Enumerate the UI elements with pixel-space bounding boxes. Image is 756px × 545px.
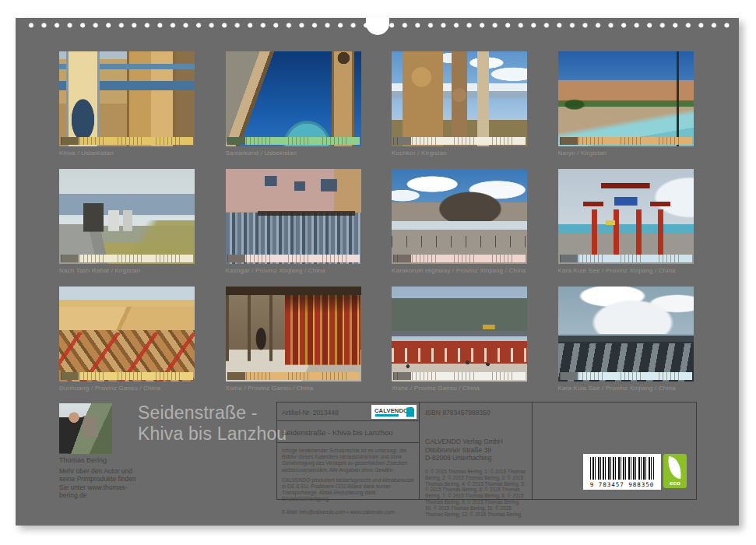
month-photo (226, 287, 361, 382)
article-number-row: Artikel-Nr. 2013448 CALVENDO (277, 403, 419, 421)
calvendo-logo: CALVENDO (371, 405, 417, 419)
month-thumbnail: Kara Kule See / Provinz Xinjiang / China (558, 287, 694, 392)
month-thumbnail-grid: Khiva / Usbekistan Samarkand / Usbekista… (59, 51, 694, 392)
thumbnail-caption: Kochkor / Kirgistan (392, 149, 447, 156)
eco-badge: eco (663, 454, 687, 488)
calvendo-logo-tagline-bar (375, 414, 399, 417)
author-photo (59, 403, 112, 454)
thumbnail-caption: Khiva / Usbekistan (59, 149, 114, 156)
month-thumbnail: Xiahe / Provinz Gansu / China (226, 287, 361, 392)
author-name: Thomas Bering (59, 456, 107, 464)
hanger-hole (366, 17, 389, 35)
month-photo (392, 51, 527, 146)
month-thumbnail: Karakorum Highway / Provinz Xinjiang / C… (392, 169, 527, 275)
thumbnail-caption: Xiahe / Provinz Gansu / China (392, 385, 480, 392)
contact-email-line: E-Mail: info@calvendo.com • www.calvendo… (282, 509, 414, 515)
month-photo (392, 169, 527, 264)
month-photo (59, 287, 195, 382)
legal-text-block: Infolge bestehender Schutzrechte ist es … (277, 443, 419, 516)
month-photo (226, 51, 361, 146)
thumbnail-caption: Kashgar / Provinz Xinjiang / China (226, 267, 325, 274)
thumbnail-caption: Nach Tash Rabat / Kirgistan (59, 267, 140, 274)
publisher-name: CALVENDO Verlag GmbH (425, 438, 527, 446)
month-thumbnail: Nach Tash Rabat / Kirgistan (59, 169, 195, 275)
month-photo (59, 169, 195, 264)
eco-leaf-icon (666, 456, 684, 479)
thumbnail-caption: Samarkand / Usbekistan (226, 149, 297, 156)
eco-badge-label: eco (663, 480, 687, 487)
legal-paragraph-rights: Infolge bestehender Schutzrechte ist es … (282, 448, 414, 473)
month-thumbnail: Kashgar / Provinz Xinjiang / China (226, 169, 361, 275)
calendar-back-page: Khiva / Usbekistan Samarkand / Usbekista… (16, 18, 739, 526)
isbn-text: ISBN 9783457988350 (420, 403, 532, 417)
month-thumbnail: Naryn / Kirgistan (558, 51, 694, 157)
legal-paragraph-eco: CALVENDO produziert bedarfsgerecht und k… (282, 477, 414, 503)
page-title: Seidenstraße - Khiva bis Lanzhou (138, 403, 287, 445)
month-photo (59, 51, 195, 146)
barcode-digits: 9 783457 988350 (583, 481, 661, 488)
thumbnail-caption: Karakorum Highway / Provinz Xinjiang / C… (392, 267, 526, 274)
author-bio: Mehr über den Autor und seine Printprodu… (59, 467, 137, 499)
thumbnail-caption: Xiahe / Provinz Gansu / China (226, 385, 314, 392)
backdrop: Khiva / Usbekistan Samarkand / Usbekista… (0, 0, 756, 545)
month-photo (558, 51, 694, 146)
publisher-street: Ottobrunner Straße 39 (425, 446, 527, 455)
thumbnail-caption: Naryn / Kirgistan (558, 149, 607, 156)
info-column-product: Artikel-Nr. 2013448 CALVENDO Seidenstraß… (277, 403, 420, 499)
month-photo (558, 169, 694, 264)
mini-calendar-strip (560, 372, 692, 380)
mini-calendar-strip (227, 255, 360, 262)
thumbnail-caption: Kara Kule See / Provinz Xinjiang / China (558, 385, 676, 392)
mini-calendar-strip (560, 137, 692, 145)
article-number: Artikel-Nr. 2013448 (282, 409, 339, 417)
mini-calendar-strip (227, 137, 360, 145)
month-thumbnail: Khiva / Usbekistan (59, 51, 195, 157)
mini-calendar-strip (393, 372, 526, 380)
month-thumbnail: Kara Kule See / Provinz Xinjiang / China (558, 169, 694, 275)
page-title-line2: Khiva bis Lanzhou (138, 424, 287, 445)
page-title-line1: Seidenstraße - (138, 403, 287, 424)
mini-calendar-strip (61, 137, 193, 145)
month-thumbnail: Dunhuang / Provinz Gansu / China (59, 287, 195, 392)
month-thumbnail: Samarkand / Usbekistan (226, 51, 361, 157)
month-thumbnail: Xiahe / Provinz Gansu / China (392, 287, 527, 392)
mini-calendar-strip (560, 255, 692, 262)
info-column-publisher: ISBN 9783457988350 CALVENDO Verlag GmbH … (420, 403, 533, 499)
calvendo-calendar-icon (406, 407, 414, 417)
mini-calendar-strip (61, 372, 193, 380)
info-column-barcode: 9 783457 988350 eco (533, 403, 696, 499)
mini-calendar-strip (393, 255, 526, 262)
month-photo (558, 287, 694, 382)
month-photo (392, 287, 527, 382)
barcode-bars (590, 457, 654, 480)
mini-calendar-strip (61, 255, 193, 262)
mini-calendar-strip (227, 372, 360, 380)
photo-credits: 0: © 2015 Thomas Bering, 1: © 2015 Thoma… (420, 462, 532, 518)
publisher-city: D-82008 Unterhaching (425, 454, 527, 462)
product-title: Seidenstraße - Khiva bis Lanzhou (277, 421, 419, 443)
publisher-info-box: Artikel-Nr. 2013448 CALVENDO Seidenstraß… (276, 402, 697, 500)
publisher-address: CALVENDO Verlag GmbH Ottobrunner Straße … (420, 417, 532, 462)
month-thumbnail: Kochkor / Kirgistan (392, 51, 527, 157)
calvendo-logo-text: CALVENDO (374, 407, 408, 414)
thumbnail-caption: Kara Kule See / Provinz Xinjiang / China (558, 267, 676, 274)
month-photo (226, 169, 361, 264)
ean-barcode: 9 783457 988350 (583, 454, 661, 490)
thumbnail-caption: Dunhuang / Provinz Gansu / China (59, 385, 160, 392)
mini-calendar-strip (393, 137, 526, 145)
